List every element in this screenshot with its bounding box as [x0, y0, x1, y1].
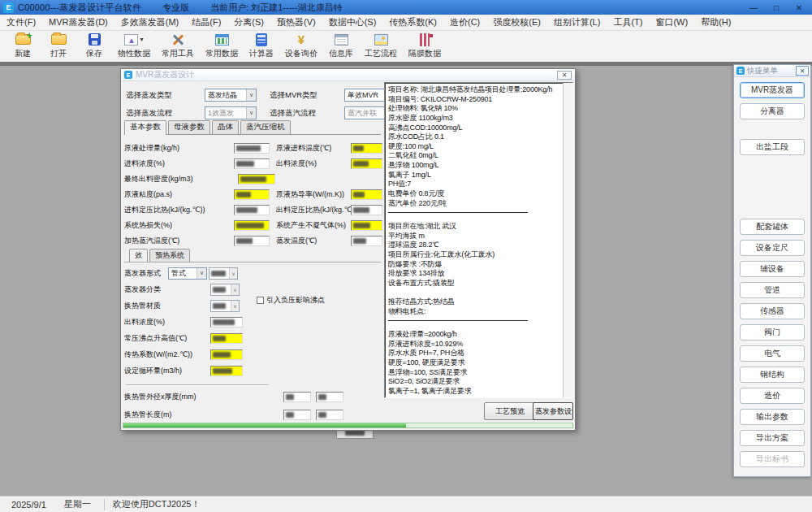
menu-item-2[interactable]: 多效蒸发器(M): [114, 15, 186, 31]
toolbar-common-data-button[interactable]: 常用数据: [205, 32, 238, 59]
vacuum-boiling-checkbox[interactable]: 引入负压影响沸点: [257, 295, 325, 306]
viscosity-input[interactable]: [234, 189, 270, 200]
toolbar-membrane-button[interactable]: 隔膜数据: [408, 32, 441, 59]
toolbar-calculator-button[interactable]: 计算器: [249, 32, 274, 59]
chevron-down-icon[interactable]: ▾: [140, 36, 143, 43]
steam-temp-input[interactable]: [234, 236, 270, 246]
subtab-preheat-system[interactable]: 预热系统: [149, 249, 190, 263]
out-conc-input[interactable]: [351, 158, 382, 169]
circulation-label: 设定循环量(m3/h): [124, 366, 209, 376]
evap-type-select[interactable]: 蒸发结晶∨: [205, 89, 257, 102]
feed-cp-input[interactable]: [234, 205, 270, 215]
quick-menu-close-icon[interactable]: ✕: [796, 66, 809, 76]
toolbar-label: 物性数据: [118, 48, 150, 59]
evaporator-form-secondary-select[interactable]: ∨: [209, 267, 238, 280]
tube-material-select[interactable]: ∨: [210, 300, 240, 312]
dialog-titlebar: E MVR蒸发器设计 ✕: [121, 69, 575, 81]
info-line-29: 悬浮物=100, SS满足要求: [388, 368, 571, 378]
menu-bar: 文件(F)MVR蒸发器(D)多效蒸发器(M)结晶(F)分离(S)预热器(V)数据…: [0, 15, 812, 31]
menu-item-7[interactable]: 传热系数(K): [382, 15, 443, 31]
ncg-ratio-input[interactable]: [351, 220, 382, 231]
tab-basic-params[interactable]: 基本参数: [124, 120, 166, 135]
toolbar-open-button[interactable]: 打开: [46, 32, 71, 59]
tube-od-thk-input-2[interactable]: [316, 392, 343, 402]
quick-btn-output-params[interactable]: 输出参数: [740, 409, 805, 425]
menu-item-5[interactable]: 预热器(V): [270, 15, 322, 31]
tab-steam-compressor[interactable]: 蒸汽压缩机: [240, 120, 291, 134]
menu-item-12[interactable]: 窗口(W): [649, 15, 694, 31]
status-date: 2025/9/1: [11, 500, 46, 510]
toolbar-quote-button[interactable]: ¥设备询价: [285, 32, 317, 59]
quick-btn-valves[interactable]: 阀门: [740, 324, 805, 341]
menu-item-3[interactable]: 结晶(F): [185, 15, 227, 31]
info-scrollbar[interactable]: [563, 83, 572, 397]
quick-btn-equipment-sizing[interactable]: 设备定尺: [740, 240, 805, 256]
menu-item-11[interactable]: 工具(T): [607, 15, 649, 31]
evaporation-design-button[interactable]: 蒸发参数设计: [533, 402, 573, 420]
quick-btn-steel-structure[interactable]: 钢结构: [740, 367, 805, 383]
minimize-button[interactable]: —: [742, 0, 765, 15]
steam-temp-label: 加热蒸汽温度(℃): [124, 236, 234, 246]
close-button[interactable]: ✕: [788, 0, 810, 15]
heat-loss-input[interactable]: [234, 220, 270, 231]
toolbar-label: 设备询价: [285, 48, 317, 59]
dialog-title: MVR蒸发器设计: [136, 69, 194, 80]
final-density-input[interactable]: [238, 174, 275, 184]
info-line-20: 设备布置方式:撬装型: [388, 279, 571, 289]
toolbar-tools-button[interactable]: 常用工具: [162, 32, 194, 59]
quick-btn-aux-equipment[interactable]: 辅设备: [740, 261, 805, 277]
quick-btn-sensors[interactable]: 传感器: [740, 303, 805, 319]
tools-icon: [171, 33, 184, 46]
maximize-button[interactable]: □: [765, 0, 788, 15]
evap-flow-select[interactable]: 1效蒸发∨: [205, 106, 257, 119]
liquor-conc-input[interactable]: [210, 317, 243, 328]
menu-item-0[interactable]: 文件(F): [0, 15, 42, 31]
quick-btn-export-scheme[interactable]: 导出方案: [740, 430, 805, 446]
quick-btn-separator[interactable]: 分离器: [740, 103, 805, 119]
tube-length-input-1[interactable]: [283, 410, 311, 420]
toolbar-props-button[interactable]: ▾物性数据: [118, 32, 150, 59]
quick-btn-piping[interactable]: 管道: [740, 282, 805, 298]
menu-item-6[interactable]: 数据中心(S): [322, 15, 383, 31]
feed-temp-input[interactable]: [351, 143, 382, 154]
info-line-30: SiO2=0, SiO2满足要求: [388, 377, 571, 387]
menu-item-13[interactable]: 帮助(H): [694, 15, 737, 31]
menu-item-1[interactable]: MVR蒸发器(D): [42, 15, 114, 31]
htc-input[interactable]: [210, 349, 243, 360]
feed-conc-input[interactable]: [234, 158, 270, 169]
toolbar-label: 信息库: [329, 48, 353, 59]
out-cp-input[interactable]: [351, 205, 382, 215]
toolbar-new-button[interactable]: 新建: [11, 32, 35, 59]
toolbar-save-button[interactable]: 保存: [82, 32, 106, 59]
evap-temp-input[interactable]: [351, 236, 382, 246]
menu-item-10[interactable]: 组别计算(L): [547, 15, 607, 31]
menu-item-4[interactable]: 分离(S): [227, 15, 270, 31]
menu-item-9[interactable]: 强度校核(E): [486, 15, 547, 31]
quick-btn-mvr-evaporator[interactable]: MVR蒸发器: [740, 82, 805, 98]
quick-btn-tanks[interactable]: 配套罐体: [740, 219, 805, 235]
quick-btn-salt-section[interactable]: 出盐工段: [740, 139, 805, 155]
feed-rate-input[interactable]: [234, 143, 270, 154]
project-info-panel[interactable]: 项目名称: 湖北康昌特蒸发结晶项目处理量:2000Kg/h项目编号: CKILO…: [384, 82, 573, 398]
menu-item-8[interactable]: 造价(C): [443, 15, 486, 31]
property-chart-icon: [124, 34, 138, 46]
quick-btn-cost[interactable]: 造价: [740, 388, 805, 404]
dialog-logo-icon: E: [124, 71, 132, 79]
dialog-close-icon[interactable]: ✕: [557, 71, 572, 80]
evaporator-class-select[interactable]: ∨: [210, 284, 240, 296]
conductivity-input[interactable]: [351, 189, 382, 200]
circulation-input[interactable]: [210, 366, 243, 376]
evap-temp-label: 蒸发温度(℃): [276, 236, 351, 246]
evaporator-form-select[interactable]: 管式∨: [168, 267, 207, 280]
toolbar-info-lib-button[interactable]: 信息库: [329, 32, 353, 59]
tube-od-thk-input-1[interactable]: [283, 392, 311, 402]
toolbar-process-button[interactable]: 工艺流程: [365, 32, 397, 59]
tube-length-input-2[interactable]: [316, 410, 343, 420]
tab-mother-liquor[interactable]: 母液参数: [168, 120, 210, 134]
quick-btn-electrical[interactable]: 电气: [740, 345, 805, 362]
subtab-effect[interactable]: 效: [129, 249, 148, 263]
quick-btn-export-tender[interactable]: 导出标书: [740, 451, 805, 467]
tab-crystal[interactable]: 晶体: [212, 120, 239, 134]
process-preview-button[interactable]: 工艺预览: [484, 402, 536, 420]
bpe-input[interactable]: [210, 333, 243, 344]
